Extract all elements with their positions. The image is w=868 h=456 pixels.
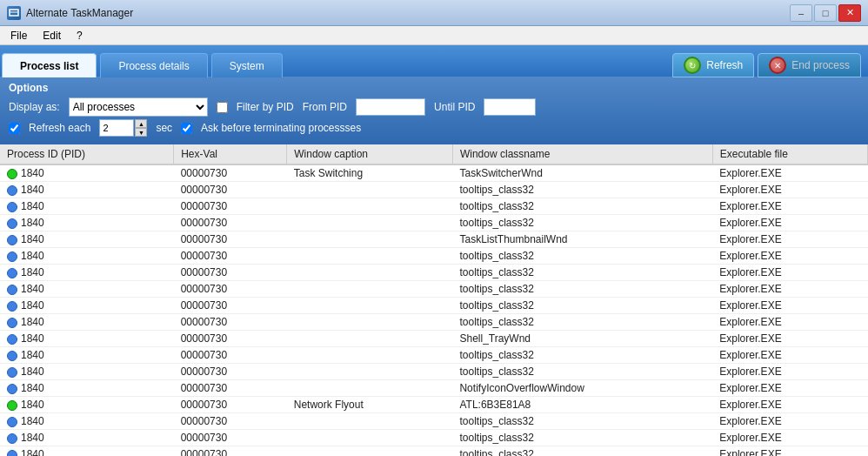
refresh-value-input[interactable] xyxy=(99,119,134,137)
table-row[interactable]: 184000000730tooltips_class32Explorer.EXE xyxy=(0,364,868,380)
table-row[interactable]: 184000000730Network FlyoutATL:6B3E81A8Ex… xyxy=(0,397,868,413)
cell-caption xyxy=(287,347,453,364)
col-exe: Executable file xyxy=(712,144,867,164)
table-row[interactable]: 184000000730tooltips_class32Explorer.EXE xyxy=(0,413,868,430)
main-content: Options Display as: All processes Curren… xyxy=(0,77,868,456)
table-row[interactable]: 184000000730NotifyIconOverflowWindowExpl… xyxy=(0,380,868,397)
cell-pid: 1840 xyxy=(0,164,174,182)
refresh-spinner: ▲ ▼ xyxy=(99,119,147,137)
table-row[interactable]: 184000000730TaskListThumbnailWndExplorer… xyxy=(0,231,868,248)
cell-pid: 1840 xyxy=(0,182,174,198)
cell-classname: tooltips_class32 xyxy=(452,430,712,446)
cell-classname: tooltips_class32 xyxy=(452,413,712,430)
cell-pid: 1840 xyxy=(0,380,174,397)
tab-system[interactable]: System xyxy=(211,53,283,77)
status-dot xyxy=(7,351,17,361)
cell-hex: 00000730 xyxy=(174,198,287,215)
cell-caption xyxy=(287,298,453,314)
cell-exe: Explorer.EXE xyxy=(712,413,867,430)
cell-hex: 00000730 xyxy=(174,331,287,347)
until-pid-label: Until PID xyxy=(434,101,475,113)
table-row[interactable]: 184000000730tooltips_class32Explorer.EXE xyxy=(0,281,868,298)
cell-hex: 00000730 xyxy=(174,215,287,231)
refresh-unit: sec xyxy=(156,122,172,134)
col-classname: Window classname xyxy=(452,144,712,164)
menu-edit[interactable]: Edit xyxy=(36,28,68,44)
status-dot xyxy=(7,268,17,278)
tab-bar: Process list Process details System ↻ Re… xyxy=(0,45,868,77)
cell-classname: ATL:6B3E81A8 xyxy=(452,397,712,413)
close-button[interactable]: ✕ xyxy=(838,4,861,22)
from-pid-input[interactable] xyxy=(356,98,425,116)
cell-caption xyxy=(287,314,453,331)
table-row[interactable]: 184000000730Task SwitchingTaskSwitcherWn… xyxy=(0,164,868,182)
table-row[interactable]: 184000000730tooltips_class32Explorer.EXE xyxy=(0,347,868,364)
cell-caption: Task Switching xyxy=(287,164,453,182)
tab-process-list[interactable]: Process list xyxy=(2,53,97,77)
cell-pid: 1840 xyxy=(0,298,174,314)
cell-exe: Explorer.EXE xyxy=(712,397,867,413)
cell-caption xyxy=(287,364,453,380)
process-table: Process ID (PID) Hex-Val Window caption … xyxy=(0,144,868,456)
cell-classname: tooltips_class32 xyxy=(452,347,712,364)
table-row[interactable]: 184000000730Shell_TrayWndExplorer.EXE xyxy=(0,331,868,347)
refresh-button[interactable]: ↻ Refresh xyxy=(672,53,754,77)
cell-exe: Explorer.EXE xyxy=(712,446,867,457)
cell-caption xyxy=(287,446,453,457)
tab-process-details[interactable]: Process details xyxy=(100,53,207,77)
options-panel: Options Display as: All processes Curren… xyxy=(0,77,868,144)
refresh-down-arrow[interactable]: ▼ xyxy=(135,128,147,137)
table-row[interactable]: 184000000730tooltips_class32Explorer.EXE xyxy=(0,314,868,331)
cell-exe: Explorer.EXE xyxy=(712,215,867,231)
status-dot xyxy=(7,318,17,328)
minimize-button[interactable]: – xyxy=(790,4,812,22)
status-dot xyxy=(7,301,17,312)
status-dot xyxy=(7,334,17,345)
table-header-row: Process ID (PID) Hex-Val Window caption … xyxy=(0,144,868,164)
table-row[interactable]: 184000000730tooltips_class32Explorer.EXE xyxy=(0,182,868,198)
status-dot xyxy=(7,185,17,196)
menu-file[interactable]: File xyxy=(3,28,34,44)
filter-pid-checkbox[interactable] xyxy=(217,102,228,113)
menu-help[interactable]: ? xyxy=(70,28,90,44)
table-container[interactable]: Process ID (PID) Hex-Val Window caption … xyxy=(0,144,868,456)
table-row[interactable]: 184000000730tooltips_class32Explorer.EXE xyxy=(0,298,868,314)
cell-caption xyxy=(287,413,453,430)
table-row[interactable]: 184000000730tooltips_class32Explorer.EXE xyxy=(0,430,868,446)
until-pid-input[interactable] xyxy=(484,98,536,116)
cell-caption xyxy=(287,265,453,281)
cell-classname: tooltips_class32 xyxy=(452,281,712,298)
table-row[interactable]: 184000000730tooltips_class32Explorer.EXE xyxy=(0,265,868,281)
cell-exe: Explorer.EXE xyxy=(712,347,867,364)
cell-pid: 1840 xyxy=(0,413,174,430)
display-as-select[interactable]: All processes Current user Services xyxy=(69,97,208,117)
cell-caption xyxy=(287,231,453,248)
refresh-up-arrow[interactable]: ▲ xyxy=(135,119,147,128)
cell-hex: 00000730 xyxy=(174,397,287,413)
process-table-body: 184000000730Task SwitchingTaskSwitcherWn… xyxy=(0,164,868,456)
filter-pid-label: Filter by PID xyxy=(237,101,294,113)
restore-button[interactable]: □ xyxy=(814,4,837,22)
cell-exe: Explorer.EXE xyxy=(712,248,867,265)
window-controls: – □ ✕ xyxy=(790,4,861,22)
cell-classname: tooltips_class32 xyxy=(452,314,712,331)
cell-exe: Explorer.EXE xyxy=(712,298,867,314)
cell-classname: tooltips_class32 xyxy=(452,265,712,281)
col-hex: Hex-Val xyxy=(174,144,287,164)
menu-bar: File Edit ? xyxy=(0,26,868,45)
cell-caption xyxy=(287,380,453,397)
status-dot xyxy=(7,202,17,212)
table-row[interactable]: 184000000730tooltips_class32Explorer.EXE xyxy=(0,198,868,215)
col-pid: Process ID (PID) xyxy=(0,144,174,164)
refresh-each-checkbox[interactable] xyxy=(9,123,20,134)
table-row[interactable]: 184000000730tooltips_class32Explorer.EXE xyxy=(0,248,868,265)
cell-caption xyxy=(287,248,453,265)
ask-before-checkbox[interactable] xyxy=(181,123,192,134)
table-row[interactable]: 184000000730tooltips_class32Explorer.EXE xyxy=(0,446,868,457)
options-row-refresh: Refresh each ▲ ▼ sec Ask before terminat… xyxy=(9,119,859,137)
title-bar: Alternate TaskManager – □ ✕ xyxy=(0,0,868,26)
cell-hex: 00000730 xyxy=(174,265,287,281)
end-process-button[interactable]: ✕ End process xyxy=(758,53,861,77)
cell-pid: 1840 xyxy=(0,215,174,231)
table-row[interactable]: 184000000730tooltips_class32Explorer.EXE xyxy=(0,215,868,231)
